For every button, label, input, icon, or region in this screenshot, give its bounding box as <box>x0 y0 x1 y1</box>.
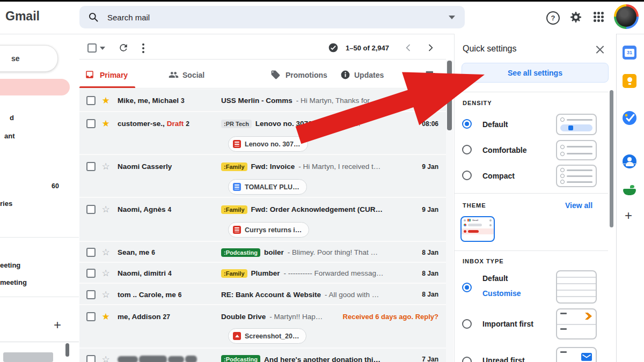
forums-chat-icon[interactable] <box>425 70 436 81</box>
search-input[interactable]: Search mail <box>79 6 465 28</box>
star-icon[interactable]: ☆ <box>100 269 111 278</box>
star-icon[interactable]: ★ <box>100 119 111 128</box>
select-all-checkbox[interactable] <box>87 43 97 53</box>
star-icon[interactable]: ☆ <box>100 248 111 257</box>
tasks-icon[interactable] <box>623 111 636 125</box>
label-chip[interactable]: :Family <box>221 205 247 214</box>
label-chip[interactable]: :Podcasting <box>221 355 260 362</box>
theme-view-all-link[interactable]: View all <box>565 201 592 210</box>
label-chip[interactable]: :PR Tech <box>221 120 252 128</box>
sidebar-scrollbar[interactable] <box>65 343 69 357</box>
panel-scrollbar[interactable] <box>610 90 613 227</box>
email-row[interactable]: ☆ Naomi, Agnès4 :FamilyFwd: Order Acknow… <box>79 198 446 242</box>
email-subject: USS Merlin - Comms <box>221 97 292 105</box>
tab-promotions[interactable]: Promotions <box>286 71 327 79</box>
more-vert-icon[interactable] <box>142 43 144 53</box>
info-icon <box>340 70 350 80</box>
email-sender: tom .. Carole, me6 <box>118 291 221 299</box>
density-option-label[interactable]: Default <box>482 120 508 129</box>
email-snippet: - Blimey. Poor thing! That … <box>288 248 378 256</box>
tab-primary[interactable]: Primary <box>100 71 128 79</box>
tab-social[interactable]: Social <box>182 71 204 79</box>
attachment-chip[interactable]: Screenshot_20… <box>228 328 306 344</box>
label-chip[interactable]: :Family <box>221 162 247 171</box>
keep-icon[interactable] <box>623 74 636 88</box>
check-circle-icon[interactable] <box>328 42 339 53</box>
email-checkbox[interactable] <box>86 205 96 214</box>
gmail-window: Gmail Search mail ? se d ant 60 ries eet… <box>0 0 644 362</box>
email-row[interactable]: ☆ Naomi, dimitri4 :FamilyPlumber- ------… <box>79 263 446 284</box>
email-row[interactable]: ★ Mike, me, Michael3 USS Merlin - Comms-… <box>79 89 446 112</box>
radio-density-default[interactable] <box>462 119 472 129</box>
hangouts-plus-icon[interactable]: + <box>54 319 61 331</box>
apps-grid-icon[interactable] <box>594 12 604 22</box>
help-icon[interactable]: ? <box>546 11 560 25</box>
inbox-type-label[interactable]: Important first <box>482 320 533 328</box>
sidebar-selected-item[interactable] <box>0 79 70 95</box>
sidebar-item-fragment[interactable]: ant <box>4 132 15 140</box>
avatar[interactable] <box>614 4 639 29</box>
pdf-icon <box>233 226 241 234</box>
star-icon[interactable]: ☆ <box>100 205 111 214</box>
sidebar-item-count: 60 <box>52 182 59 190</box>
inbox-customise-link[interactable]: Customise <box>482 289 521 298</box>
email-checkbox[interactable] <box>86 355 96 362</box>
search-options-caret-icon[interactable] <box>449 16 455 19</box>
email-row[interactable]: ☆ Sean, me6 :Podcastingboiler- Blimey. P… <box>79 242 446 263</box>
refresh-icon[interactable] <box>118 42 129 53</box>
chevron-left-icon[interactable] <box>404 43 413 52</box>
label-chip[interactable]: :Family <box>221 269 247 278</box>
inbox-important-thumbnail <box>556 308 597 339</box>
email-row[interactable]: ☆ Naomi Casserly :FamilyFwd: Invoice- Hi… <box>79 155 446 198</box>
radio-density-compact[interactable] <box>462 171 472 180</box>
radio-inbox-default[interactable] <box>462 283 472 292</box>
tab-updates[interactable]: Updates <box>354 71 384 79</box>
compose-button[interactable]: se <box>0 45 58 72</box>
email-checkbox[interactable] <box>86 248 96 257</box>
sidebar-label-fragment[interactable]: ries <box>0 200 12 208</box>
inbox-type-label[interactable]: Default <box>482 274 508 283</box>
email-row[interactable]: ★ customer-se.,Draft2 :PR TechLenovo no.… <box>79 112 446 155</box>
sidebar-item-fragment[interactable]: d <box>10 114 14 122</box>
help-question-glyph: ? <box>551 14 555 22</box>
email-checkbox[interactable] <box>86 119 96 128</box>
attachment-chip[interactable]: Lenovo no. 307… <box>228 136 308 152</box>
close-icon[interactable] <box>596 45 604 54</box>
calendar-icon[interactable]: 31 <box>623 46 636 60</box>
star-icon[interactable]: ☆ <box>100 290 111 299</box>
sidebar-meet-item-fragment[interactable]: meeting <box>0 278 27 286</box>
email-checkbox[interactable] <box>86 312 96 321</box>
email-checkbox[interactable] <box>86 96 96 105</box>
label-chip[interactable]: :Podcasting <box>221 248 260 257</box>
get-addons-plus-icon[interactable]: + <box>625 209 632 222</box>
email-subject: Fwd: Order Acknowledgement (CUR… <box>251 205 383 213</box>
email-row[interactable]: ☆ tom .. Carole, me6 RE: Bank Account & … <box>79 284 446 305</box>
chevron-right-icon[interactable] <box>426 43 435 52</box>
gear-icon[interactable] <box>569 11 582 24</box>
select-caret-icon[interactable] <box>100 47 105 50</box>
addon-icon[interactable] <box>623 183 636 197</box>
contacts-icon[interactable] <box>623 154 636 168</box>
attachment-chip[interactable]: Currys returns i… <box>228 222 309 238</box>
see-all-settings-button[interactable]: See all settings <box>462 63 609 83</box>
theme-thumbnail[interactable]: Gmail <box>460 216 495 242</box>
density-option-label[interactable]: Compact <box>482 172 515 180</box>
email-checkbox[interactable] <box>86 162 96 171</box>
rail-section-divider <box>621 164 638 164</box>
email-checkbox[interactable] <box>86 290 96 299</box>
email-row[interactable]: ★ me, Addison27 Double Drive- Martyn!! H… <box>79 305 446 349</box>
density-option-label[interactable]: Comfortable <box>482 146 526 154</box>
star-icon[interactable]: ☆ <box>100 355 111 362</box>
email-checkbox[interactable] <box>86 269 96 278</box>
star-icon[interactable]: ★ <box>100 312 111 321</box>
search-icon <box>88 12 99 23</box>
radio-inbox-important-first[interactable] <box>462 319 472 329</box>
inbox-type-label[interactable]: Unread first <box>482 356 525 362</box>
star-icon[interactable]: ★ <box>100 96 111 105</box>
list-scrollbar[interactable] <box>447 61 452 130</box>
star-icon[interactable]: ☆ <box>100 162 111 171</box>
attachment-chip[interactable]: TOMALEY PLU… <box>228 179 307 195</box>
email-row[interactable]: ☆ :PodcastingAnd here's another donation… <box>79 349 446 362</box>
radio-density-comfortable[interactable] <box>462 145 472 154</box>
sidebar-meet-item-fragment[interactable]: eeting <box>0 261 20 269</box>
